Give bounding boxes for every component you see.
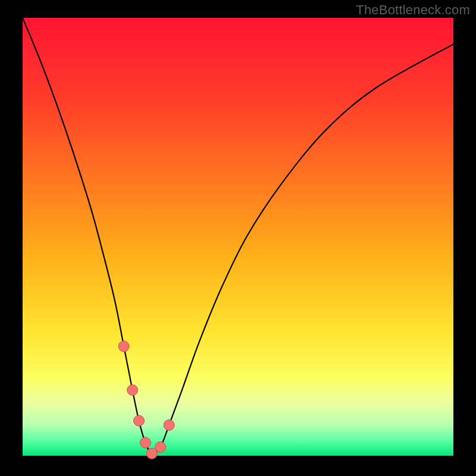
marker-dot: [155, 441, 166, 452]
marker-dot: [164, 419, 174, 430]
marker-dot: [133, 415, 144, 426]
watermark-text: TheBottleneck.com: [356, 2, 470, 18]
gradient-background: [23, 18, 453, 456]
marker-dot: [118, 341, 129, 352]
marker-dot: [140, 437, 151, 448]
marker-dot: [127, 385, 138, 396]
chart-svg: [0, 0, 476, 476]
chart-frame: TheBottleneck.com: [0, 0, 476, 476]
